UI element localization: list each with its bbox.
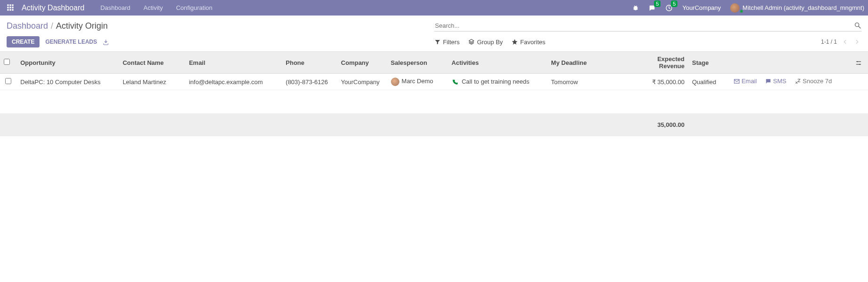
user-menu[interactable]: Mitchell Admin (activity_dashboard_mngmn… [730, 3, 864, 13]
col-email[interactable]: Email [185, 52, 282, 74]
breadcrumb: Dashboard / Activity Origin [7, 20, 434, 31]
apps-icon[interactable] [7, 4, 15, 12]
col-company[interactable]: Company [337, 52, 387, 74]
salesperson-name: Marc Demo [402, 78, 433, 85]
breadcrumb-sep: / [51, 21, 53, 31]
col-contact[interactable]: Contact Name [119, 52, 185, 74]
cell-activities[interactable]: Call to get training needs [448, 74, 548, 90]
envelope-icon [733, 78, 740, 85]
group-by-button[interactable]: Group By [468, 39, 503, 46]
action-snooze-label: Snooze 7d [803, 78, 832, 85]
svg-line-11 [859, 26, 860, 28]
generate-leads-button[interactable]: GENERATE LEADS [44, 37, 98, 47]
debug-icon[interactable] [632, 5, 639, 11]
pager-prev-icon[interactable] [841, 39, 849, 46]
svg-rect-6 [7, 9, 8, 10]
svg-rect-5 [12, 7, 13, 8]
breadcrumb-current: Activity Origin [56, 21, 108, 31]
nav-menu-dashboard[interactable]: Dashboard [94, 4, 137, 11]
svg-rect-8 [12, 9, 13, 10]
snooze-icon [795, 78, 801, 85]
filter-icon [434, 39, 441, 45]
phone-icon [452, 78, 460, 85]
messaging-icon[interactable]: 5 [648, 4, 656, 12]
top-navbar: Activity Dashboard Dashboard Activity Co… [0, 0, 868, 16]
layers-icon [468, 39, 475, 45]
cell-deadline: Tomorrow [547, 74, 630, 90]
presence-dot-icon [740, 9, 743, 13]
cell-opportunity: DeltaPC: 10 Computer Desks [16, 74, 119, 90]
optional-columns-icon[interactable] [852, 52, 868, 74]
avatar-icon [730, 3, 740, 13]
filters-button[interactable]: Filters [434, 39, 460, 46]
col-deadline[interactable]: My Deadline [547, 52, 630, 74]
action-email-label: Email [741, 78, 757, 85]
cell-email: info@deltapc.example.com [185, 74, 282, 90]
cell-salesperson: Marc Demo [387, 74, 448, 90]
col-phone[interactable]: Phone [282, 52, 337, 74]
col-salesperson[interactable]: Salesperson [387, 52, 448, 74]
svg-rect-2 [12, 4, 13, 6]
activities-badge: 5 [671, 0, 677, 7]
cell-contact: Leland Martinez [119, 74, 185, 90]
pager-next-icon[interactable] [853, 39, 861, 46]
svg-rect-3 [7, 7, 8, 8]
right-controls: Filters Group By Favorites 1-1 / 1 [434, 36, 862, 47]
empty-row [0, 90, 868, 114]
activity-text: Call to get training needs [462, 78, 529, 85]
cell-stage: Qualified [688, 74, 730, 90]
svg-rect-1 [9, 4, 11, 6]
action-sms[interactable]: SMS [765, 78, 786, 85]
user-name: Mitchell Admin (activity_dashboard_mngmn… [742, 4, 864, 11]
pager: 1-1 / 1 [821, 39, 861, 46]
col-revenue[interactable]: Expected Revenue [630, 52, 688, 74]
svg-point-10 [855, 23, 859, 26]
search-bar [434, 20, 862, 31]
search-input[interactable] [434, 20, 862, 31]
search-icon[interactable] [854, 21, 861, 29]
row-checkbox[interactable] [5, 78, 11, 84]
table-header-row: Opportunity Contact Name Email Phone Com… [0, 52, 868, 74]
svg-rect-7 [9, 9, 11, 10]
control-panel: Dashboard / Activity Origin CREATE GENER… [0, 16, 868, 52]
select-all-checkbox[interactable] [4, 59, 10, 65]
col-activities[interactable]: Activities [448, 52, 548, 74]
cell-company: YourCompany [337, 74, 387, 90]
action-email[interactable]: Email [733, 78, 757, 85]
nav-menu-activity[interactable]: Activity [137, 4, 169, 11]
footer-total: 35,000.00 [630, 114, 688, 136]
create-button[interactable]: CREATE [7, 36, 40, 47]
favorites-label: Favorites [520, 39, 545, 46]
nav-menu-configuration[interactable]: Configuration [169, 4, 219, 11]
avatar-icon [391, 78, 399, 86]
action-sms-label: SMS [773, 78, 786, 85]
left-buttons: CREATE GENERATE LEADS [7, 36, 434, 47]
row-actions: Email SMS Snooze 7d [730, 74, 852, 90]
footer-row: 35,000.00 [0, 114, 868, 136]
breadcrumb-parent[interactable]: Dashboard [7, 21, 48, 31]
star-icon [511, 39, 518, 45]
col-opportunity[interactable]: Opportunity [16, 52, 119, 74]
records-table: Opportunity Contact Name Email Phone Com… [0, 52, 868, 136]
pager-text[interactable]: 1-1 / 1 [821, 39, 837, 45]
messaging-badge: 5 [654, 0, 661, 7]
table-row[interactable]: DeltaPC: 10 Computer Desks Leland Martin… [0, 74, 868, 90]
col-stage[interactable]: Stage [688, 52, 730, 74]
cell-phone: (803)-873-6126 [282, 74, 337, 90]
activities-icon[interactable]: 5 [665, 4, 673, 12]
brand-title[interactable]: Activity Dashboard [22, 4, 84, 12]
filters-label: Filters [443, 39, 460, 46]
svg-rect-4 [9, 7, 11, 8]
sms-icon [765, 78, 772, 85]
action-snooze[interactable]: Snooze 7d [795, 78, 832, 85]
export-icon[interactable] [103, 38, 109, 46]
company-switcher[interactable]: YourCompany [682, 4, 721, 11]
favorites-button[interactable]: Favorites [511, 39, 545, 46]
svg-rect-0 [7, 4, 8, 6]
group-by-label: Group By [477, 39, 503, 46]
cell-revenue: ₹ 35,000.00 [630, 74, 688, 90]
